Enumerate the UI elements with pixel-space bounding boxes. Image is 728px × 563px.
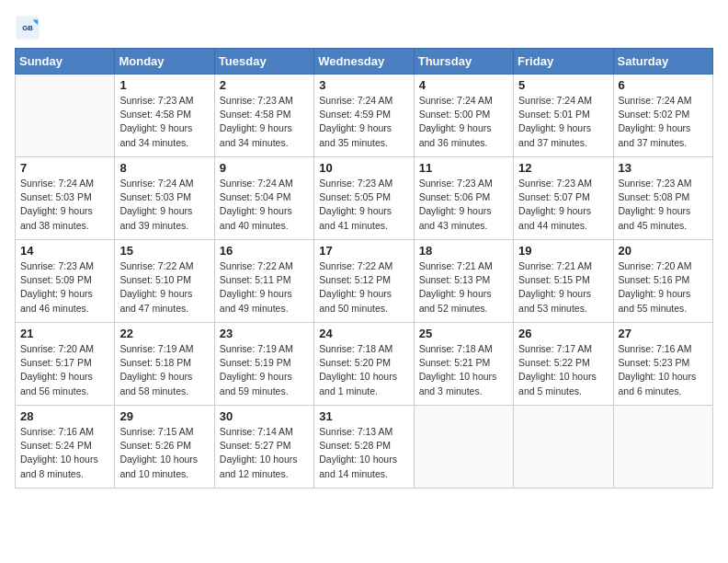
day-info: Sunrise: 7:13 AM Sunset: 5:28 PM Dayligh… <box>319 425 408 481</box>
day-cell: 15Sunrise: 7:22 AM Sunset: 5:10 PM Dayli… <box>115 240 214 323</box>
svg-text:GB: GB <box>22 24 33 32</box>
day-info: Sunrise: 7:23 AM Sunset: 5:06 PM Dayligh… <box>419 177 508 233</box>
day-number: 28 <box>20 409 109 423</box>
day-info: Sunrise: 7:18 AM Sunset: 5:21 PM Dayligh… <box>419 342 508 398</box>
day-number: 6 <box>619 78 708 92</box>
header-friday: Friday <box>514 49 613 75</box>
day-cell: 25Sunrise: 7:18 AM Sunset: 5:21 PM Dayli… <box>414 323 513 406</box>
day-number: 14 <box>20 244 109 258</box>
day-cell: 31Sunrise: 7:13 AM Sunset: 5:28 PM Dayli… <box>314 406 414 488</box>
day-info: Sunrise: 7:23 AM Sunset: 5:07 PM Dayligh… <box>518 177 608 233</box>
day-cell: 5Sunrise: 7:24 AM Sunset: 5:01 PM Daylig… <box>514 75 613 157</box>
day-number: 23 <box>220 327 309 340</box>
day-info: Sunrise: 7:23 AM Sunset: 5:05 PM Dayligh… <box>319 177 408 233</box>
day-cell: 29Sunrise: 7:15 AM Sunset: 5:26 PM Dayli… <box>115 406 214 488</box>
day-cell: 23Sunrise: 7:19 AM Sunset: 5:19 PM Dayli… <box>214 323 313 406</box>
day-number: 3 <box>319 78 408 92</box>
day-number: 21 <box>20 327 109 340</box>
logo: GB <box>15 15 44 40</box>
week-row-4: 21Sunrise: 7:20 AM Sunset: 5:17 PM Dayli… <box>16 323 713 406</box>
day-info: Sunrise: 7:19 AM Sunset: 5:19 PM Dayligh… <box>220 342 309 398</box>
day-info: Sunrise: 7:22 AM Sunset: 5:12 PM Dayligh… <box>319 259 408 316</box>
day-number: 31 <box>319 409 408 423</box>
day-cell: 26Sunrise: 7:17 AM Sunset: 5:22 PM Dayli… <box>514 323 613 406</box>
day-info: Sunrise: 7:21 AM Sunset: 5:15 PM Dayligh… <box>518 259 608 316</box>
header-thursday: Thursday <box>414 49 513 75</box>
day-cell: 3Sunrise: 7:24 AM Sunset: 4:59 PM Daylig… <box>314 75 414 157</box>
calendar-table: SundayMondayTuesdayWednesdayThursdayFrid… <box>15 48 713 488</box>
day-info: Sunrise: 7:23 AM Sunset: 4:58 PM Dayligh… <box>119 94 209 150</box>
day-info: Sunrise: 7:18 AM Sunset: 5:20 PM Dayligh… <box>319 342 408 398</box>
day-cell: 1Sunrise: 7:23 AM Sunset: 4:58 PM Daylig… <box>115 75 214 157</box>
day-info: Sunrise: 7:20 AM Sunset: 5:16 PM Dayligh… <box>619 259 708 316</box>
day-number: 26 <box>518 327 608 340</box>
day-number: 9 <box>220 161 309 175</box>
day-cell: 28Sunrise: 7:16 AM Sunset: 5:24 PM Dayli… <box>16 406 115 488</box>
day-number: 13 <box>619 161 708 175</box>
day-info: Sunrise: 7:23 AM Sunset: 5:09 PM Dayligh… <box>20 259 109 316</box>
day-cell: 18Sunrise: 7:21 AM Sunset: 5:13 PM Dayli… <box>414 240 513 323</box>
day-info: Sunrise: 7:21 AM Sunset: 5:13 PM Dayligh… <box>419 259 508 316</box>
day-info: Sunrise: 7:22 AM Sunset: 5:11 PM Dayligh… <box>220 259 309 316</box>
day-cell <box>414 406 513 488</box>
day-info: Sunrise: 7:24 AM Sunset: 5:03 PM Dayligh… <box>119 177 209 233</box>
day-info: Sunrise: 7:24 AM Sunset: 5:01 PM Dayligh… <box>518 94 608 150</box>
day-cell: 6Sunrise: 7:24 AM Sunset: 5:02 PM Daylig… <box>613 75 712 157</box>
day-number: 15 <box>119 244 209 258</box>
day-info: Sunrise: 7:24 AM Sunset: 4:59 PM Dayligh… <box>319 94 408 150</box>
day-cell: 20Sunrise: 7:20 AM Sunset: 5:16 PM Dayli… <box>613 240 712 323</box>
day-number: 5 <box>518 78 608 92</box>
day-number: 17 <box>319 244 408 258</box>
day-cell: 30Sunrise: 7:14 AM Sunset: 5:27 PM Dayli… <box>214 406 313 488</box>
day-cell: 17Sunrise: 7:22 AM Sunset: 5:12 PM Dayli… <box>314 240 414 323</box>
day-cell: 27Sunrise: 7:16 AM Sunset: 5:23 PM Dayli… <box>613 323 712 406</box>
day-number: 25 <box>419 327 508 340</box>
day-info: Sunrise: 7:16 AM Sunset: 5:24 PM Dayligh… <box>20 425 109 481</box>
day-cell: 7Sunrise: 7:24 AM Sunset: 5:03 PM Daylig… <box>16 157 115 240</box>
day-cell: 14Sunrise: 7:23 AM Sunset: 5:09 PM Dayli… <box>16 240 115 323</box>
header-monday: Monday <box>115 49 214 75</box>
day-cell <box>613 406 712 488</box>
day-cell: 8Sunrise: 7:24 AM Sunset: 5:03 PM Daylig… <box>115 157 214 240</box>
day-cell: 19Sunrise: 7:21 AM Sunset: 5:15 PM Dayli… <box>514 240 613 323</box>
day-cell: 13Sunrise: 7:23 AM Sunset: 5:08 PM Dayli… <box>613 157 712 240</box>
day-info: Sunrise: 7:24 AM Sunset: 5:03 PM Dayligh… <box>20 177 109 233</box>
day-info: Sunrise: 7:23 AM Sunset: 4:58 PM Dayligh… <box>220 94 309 150</box>
header-saturday: Saturday <box>613 49 712 75</box>
day-info: Sunrise: 7:24 AM Sunset: 5:04 PM Dayligh… <box>220 177 309 233</box>
day-number: 29 <box>119 409 209 423</box>
day-cell: 16Sunrise: 7:22 AM Sunset: 5:11 PM Dayli… <box>214 240 313 323</box>
day-cell: 4Sunrise: 7:24 AM Sunset: 5:00 PM Daylig… <box>414 75 513 157</box>
day-number: 4 <box>419 78 508 92</box>
day-cell: 9Sunrise: 7:24 AM Sunset: 5:04 PM Daylig… <box>214 157 313 240</box>
day-cell: 11Sunrise: 7:23 AM Sunset: 5:06 PM Dayli… <box>414 157 513 240</box>
calendar-header-row: SundayMondayTuesdayWednesdayThursdayFrid… <box>16 49 713 75</box>
day-info: Sunrise: 7:22 AM Sunset: 5:10 PM Dayligh… <box>119 259 209 316</box>
day-cell <box>16 75 115 157</box>
day-number: 16 <box>220 244 309 258</box>
day-info: Sunrise: 7:24 AM Sunset: 5:02 PM Dayligh… <box>619 94 708 150</box>
week-row-1: 1Sunrise: 7:23 AM Sunset: 4:58 PM Daylig… <box>16 75 713 157</box>
day-cell: 2Sunrise: 7:23 AM Sunset: 4:58 PM Daylig… <box>214 75 313 157</box>
day-info: Sunrise: 7:20 AM Sunset: 5:17 PM Dayligh… <box>20 342 109 398</box>
day-cell: 12Sunrise: 7:23 AM Sunset: 5:07 PM Dayli… <box>514 157 613 240</box>
day-info: Sunrise: 7:15 AM Sunset: 5:26 PM Dayligh… <box>119 425 209 481</box>
day-number: 2 <box>220 78 309 92</box>
day-number: 24 <box>319 327 408 340</box>
day-number: 11 <box>419 161 508 175</box>
day-number: 27 <box>619 327 708 340</box>
day-info: Sunrise: 7:24 AM Sunset: 5:00 PM Dayligh… <box>419 94 508 150</box>
week-row-5: 28Sunrise: 7:16 AM Sunset: 5:24 PM Dayli… <box>16 406 713 488</box>
week-row-2: 7Sunrise: 7:24 AM Sunset: 5:03 PM Daylig… <box>16 157 713 240</box>
logo-icon: GB <box>15 15 40 40</box>
header-wednesday: Wednesday <box>314 49 414 75</box>
day-cell <box>514 406 613 488</box>
day-info: Sunrise: 7:16 AM Sunset: 5:23 PM Dayligh… <box>619 342 708 398</box>
day-number: 18 <box>419 244 508 258</box>
day-cell: 22Sunrise: 7:19 AM Sunset: 5:18 PM Dayli… <box>115 323 214 406</box>
day-number: 22 <box>119 327 209 340</box>
day-number: 1 <box>119 78 209 92</box>
day-info: Sunrise: 7:23 AM Sunset: 5:08 PM Dayligh… <box>619 177 708 233</box>
day-number: 8 <box>119 161 209 175</box>
week-row-3: 14Sunrise: 7:23 AM Sunset: 5:09 PM Dayli… <box>16 240 713 323</box>
